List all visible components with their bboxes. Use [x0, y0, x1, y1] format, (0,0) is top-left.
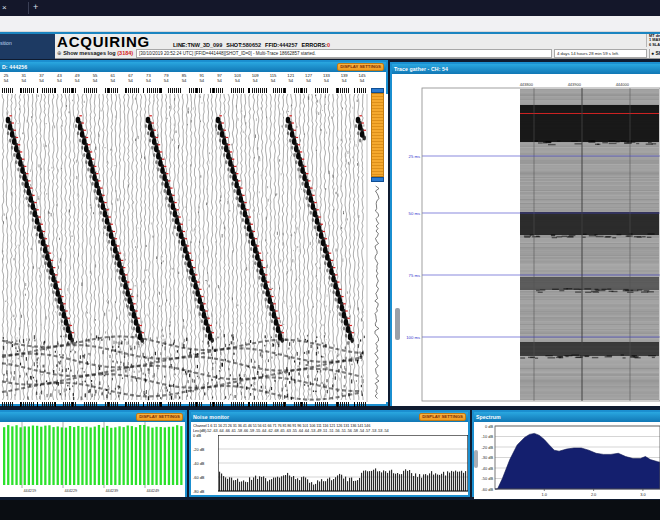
tab-separator — [28, 2, 29, 14]
channel-label: 14554 — [354, 74, 370, 84]
gather-panel-title: Trace gather - CH: 54 — [394, 66, 448, 72]
svg-text:444219: 444219 — [24, 489, 37, 493]
field-label: LINE: — [173, 42, 187, 48]
corner-status-line: 6 SLA — [649, 43, 660, 47]
close-tab-icon[interactable]: × — [2, 3, 7, 12]
system-status-corner: MT de1 MAS6 SLA — [646, 34, 660, 47]
channel-label: 7354 — [140, 74, 156, 84]
spectrum-chart: 0 dB-10 dB-20 dB-30 dB-40 dB-50 dB-60 dB… — [474, 422, 660, 499]
svg-text:444249: 444249 — [147, 489, 160, 493]
noise-y-label: 0 dB — [193, 433, 217, 438]
spectrum-panel-title: Spectrum — [476, 414, 501, 420]
show-bullet-icon: ● — [651, 50, 654, 56]
trace-gather-chart: 44380044390044400025 ms50 ms75 ms100 ms — [392, 74, 660, 406]
show-button[interactable]: ● Show — [649, 49, 660, 58]
channel-label: 7954 — [158, 74, 174, 84]
shot-panel-titlebar[interactable]: D: 444256 DISPLAY SETTINGS — [0, 62, 386, 72]
channel-label: 10954 — [247, 74, 263, 84]
svg-text:443900: 443900 — [568, 82, 582, 87]
browser-toolbar: ⓘ 192.168.1.102:8000/seismic.html# ⋯ ★ — [0, 16, 660, 32]
left-nav: sition — [0, 34, 55, 59]
time-left-display: 4 days 14 hours 28 min 59 s left. — [554, 49, 647, 58]
svg-text:444229: 444229 — [65, 489, 78, 493]
svg-text:-10 dB: -10 dB — [482, 434, 494, 439]
field-value: 444257 — [279, 42, 297, 48]
noise-y-label: -60 dB — [193, 475, 217, 480]
noise-panel-title: Noise monitor — [193, 414, 229, 420]
svg-text:-50 dB: -50 dB — [482, 476, 494, 481]
svg-text:-40 dB: -40 dB — [482, 466, 494, 471]
channel-label: 4954 — [69, 74, 85, 84]
shot-qc-chart: 444219444229444239444249 — [0, 422, 185, 497]
shot-qc-panel: DISPLAY SETTINGS 44421944422944423944424… — [0, 410, 187, 497]
trace-gather-panel: Trace gather - CH: 54 443800443900444000… — [390, 62, 660, 406]
noise-monitor-chart — [218, 435, 468, 493]
svg-text:444000: 444000 — [616, 82, 630, 87]
nav-item-acquisition[interactable]: sition — [0, 40, 12, 46]
bottom-dark-strip — [0, 500, 660, 520]
field-value: 580652 — [243, 42, 261, 48]
new-tab-icon[interactable]: + — [33, 2, 38, 12]
channel-label: 11554 — [265, 74, 281, 84]
shot-panel-title: D: 444256 — [2, 64, 27, 70]
svg-text:2.0: 2.0 — [591, 492, 597, 497]
svg-text:-30 dB: -30 dB — [482, 455, 494, 460]
channel-label: 3154 — [16, 74, 32, 84]
screen: × + ⓘ 192.168.1.102:8000/seismic.html# ⋯… — [0, 0, 660, 520]
channel-header-labels: 2554315437544354495455546154675473547954… — [0, 72, 366, 88]
svg-text:75 ms: 75 ms — [409, 273, 420, 278]
spectrum-resize-grip[interactable] — [474, 450, 478, 468]
shot-gather-chart — [0, 94, 388, 402]
qc-display-settings-button[interactable]: DISPLAY SETTINGS — [136, 413, 183, 421]
channel-label: 13954 — [336, 74, 352, 84]
shot-record-panel: D: 444256 DISPLAY SETTINGS 2554315437544… — [0, 60, 388, 406]
noise-y-label: -40 dB — [193, 461, 217, 466]
messages-log-link[interactable]: ⊕ Show messages log (3184) — [57, 50, 133, 56]
status-banner: ACQUIRING LINE:TNW_3D_099SHOT:580652FFID… — [55, 34, 660, 59]
zoom-scrollbar-handle[interactable] — [371, 93, 384, 177]
spectrum-panel-titlebar[interactable]: Spectrum — [474, 412, 660, 422]
show-label[interactable]: Show — [655, 50, 660, 56]
browser-tab-strip: × + — [0, 0, 660, 16]
channel-label: 9754 — [212, 74, 228, 84]
channel-label: 4354 — [51, 74, 67, 84]
zoom-handle-bottom-cap[interactable] — [371, 177, 384, 182]
acquisition-fields: LINE:TNW_3D_099SHOT:580652FFID:444257ERR… — [173, 42, 334, 48]
shot-display-settings-button[interactable]: DISPLAY SETTINGS — [337, 63, 384, 71]
svg-text:-60 dB: -60 dB — [482, 487, 494, 492]
field-value: 0 — [327, 42, 330, 48]
field-label: FFID: — [265, 42, 279, 48]
svg-text:25 ms: 25 ms — [409, 154, 420, 159]
svg-text:443800: 443800 — [520, 82, 534, 87]
messages-log-icon: ⊕ — [57, 50, 62, 56]
channel-label: 5554 — [87, 74, 103, 84]
svg-text:1.0: 1.0 — [542, 492, 548, 497]
svg-text:444239: 444239 — [106, 489, 119, 493]
qc-panel-titlebar[interactable]: DISPLAY SETTINGS — [0, 412, 185, 422]
noise-monitor-panel: Noise monitor DISPLAY SETTINGS Channel 1… — [189, 410, 470, 497]
channel-label: 6154 — [105, 74, 121, 84]
svg-text:3.0: 3.0 — [640, 492, 646, 497]
channel-label: 12754 — [301, 74, 317, 84]
bottom-channel-ruler — [2, 402, 366, 407]
field-label: SHOT: — [226, 42, 243, 48]
noise-panel-titlebar[interactable]: Noise monitor DISPLAY SETTINGS — [191, 412, 468, 422]
noise-y-label: -20 dB — [193, 447, 217, 452]
noise-y-label: -80 dB — [193, 489, 217, 494]
channel-label: 2554 — [0, 74, 14, 84]
svg-text:100 ms: 100 ms — [406, 335, 420, 340]
spectrum-panel: Spectrum 0 dB-10 dB-20 dB-30 dB-40 dB-50… — [472, 410, 660, 497]
channel-label: 12154 — [283, 74, 299, 84]
channel-label: 9154 — [194, 74, 210, 84]
channel-label: 3754 — [34, 74, 50, 84]
gather-panel-titlebar[interactable]: Trace gather - CH: 54 — [392, 64, 660, 74]
messages-log-label[interactable]: Show messages log — [63, 50, 116, 56]
messages-count-badge: (3184) — [117, 50, 133, 56]
field-value: TNW_3D_099 — [187, 42, 222, 48]
field-label: ERRORS: — [302, 42, 327, 48]
svg-text:-20 dB: -20 dB — [482, 445, 494, 450]
channel-label: 10354 — [229, 74, 245, 84]
last-log-message: [30/10/2019 20:52:24 UTC] [FFID=441448][… — [136, 49, 552, 58]
noise-display-settings-button[interactable]: DISPLAY SETTINGS — [419, 413, 466, 421]
svg-text:50 ms: 50 ms — [409, 211, 420, 216]
